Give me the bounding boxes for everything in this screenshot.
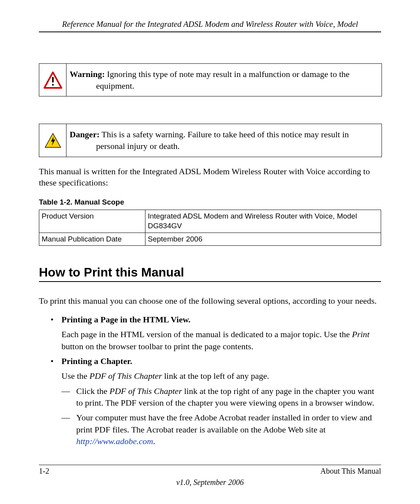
section-heading: How to Print this Manual <box>39 265 381 282</box>
warning-icon <box>44 72 62 89</box>
table-caption: Table 1-2. Manual Scope <box>39 198 381 206</box>
running-header: Reference Manual for the Integrated ADSL… <box>39 19 381 32</box>
table-cell-key: Manual Publication Date <box>39 233 145 246</box>
danger-label: Danger: <box>70 130 100 139</box>
table-cell-key: Product Version <box>39 210 145 233</box>
version-line: v1.0, September 2006 <box>39 478 381 487</box>
list-item: Printing a Chapter. Use the PDF of This … <box>51 355 381 448</box>
danger-callout: Danger: This is a safety warning. Failur… <box>39 124 382 157</box>
warning-icon-cell <box>39 64 66 96</box>
svg-rect-2 <box>52 84 54 86</box>
danger-icon-cell <box>39 124 66 156</box>
intro-paragraph: This manual is written for the Integrate… <box>39 166 381 189</box>
dash-list: Click the PDF of This Chapter link at th… <box>61 385 381 448</box>
warning-text: Warning: Ignoring this type of note may … <box>66 64 382 96</box>
list-item: Your computer must have the free Adobe A… <box>61 412 381 447</box>
bullet-list: Printing a Page in the HTML View. Each p… <box>39 314 381 448</box>
danger-text: Danger: This is a safety warning. Failur… <box>66 124 382 156</box>
page-number: 1-2 <box>39 467 49 476</box>
emphasis: Print <box>352 329 369 339</box>
emphasis: PDF of This Chapter <box>110 386 182 396</box>
danger-line2: personal injury or death. <box>70 140 375 152</box>
chapter-name: About This Manual <box>320 467 381 476</box>
page-footer: 1-2 About This Manual v1.0, September 20… <box>39 465 381 487</box>
item-head: Printing a Page in the HTML View. <box>61 315 191 324</box>
svg-rect-1 <box>52 77 54 82</box>
danger-icon <box>45 133 61 148</box>
section-lead: To print this manual you can choose one … <box>39 295 381 307</box>
item-body: Each page in the HTML version of the man… <box>61 329 381 352</box>
danger-line1: This is a safety warning. Failure to tak… <box>100 130 349 139</box>
warning-line1: Ignoring this type of note may result in… <box>105 69 349 79</box>
item-head: Printing a Chapter. <box>61 356 132 366</box>
table-row: Manual Publication Date September 2006 <box>39 233 381 246</box>
item-body: Use the PDF of This Chapter link at the … <box>61 370 381 382</box>
warning-label: Warning: <box>70 69 105 79</box>
emphasis: PDF of This Chapter <box>89 371 162 381</box>
table-cell-value: Integrated ADSL Modem and Wireless Route… <box>145 210 381 233</box>
page: Reference Manual for the Integrated ADSL… <box>0 0 420 504</box>
warning-line2: equipment. <box>70 80 375 92</box>
adobe-link[interactable]: http://www.adobe.com <box>76 436 153 446</box>
table-row: Product Version Integrated ADSL Modem an… <box>39 210 381 233</box>
list-item: Printing a Page in the HTML View. Each p… <box>51 314 381 352</box>
manual-scope-table: Product Version Integrated ADSL Modem an… <box>39 210 381 246</box>
warning-callout: Warning: Ignoring this type of note may … <box>39 63 382 96</box>
table-cell-value: September 2006 <box>145 233 381 246</box>
list-item: Click the PDF of This Chapter link at th… <box>61 385 381 409</box>
